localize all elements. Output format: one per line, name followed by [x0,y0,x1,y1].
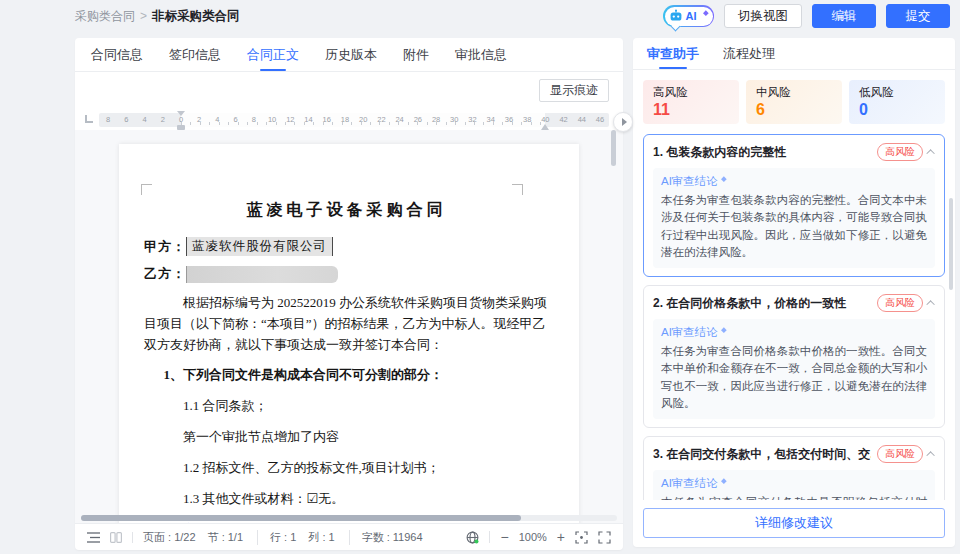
risk-card-header[interactable]: 2. 在合同价格条款中，价格的一致性 高风险 [653,294,935,312]
first-line-indent-marker[interactable] [177,111,185,116]
risk-level-badge: 高风险 [877,294,923,312]
ruler-number: 14 [299,113,317,127]
page-grid-icon[interactable] [110,532,122,543]
editor-tab[interactable]: 审批信息 [455,38,507,71]
show-traces-button[interactable]: 显示痕迹 [539,79,609,102]
horizontal-scrollbar-thumb[interactable] [81,515,521,521]
ruler-number: 46 [591,113,609,127]
risk-summary-count: 0 [859,101,935,119]
party-a-row: 甲方： 蓝凌软件股份有限公司 [144,237,549,256]
editor-tab[interactable]: 历史版本 [325,38,377,71]
review-tab[interactable]: 审查助手 [647,38,699,69]
robot-icon [669,9,683,23]
submit-button[interactable]: 提交 [886,4,950,28]
risk-summary-card[interactable]: 高风险 11 [643,80,739,124]
breadcrumb-separator: > [140,9,147,23]
risk-summary-count: 6 [756,101,832,119]
contract-body: 根据招标编号为 202522019 办公系统软件采购项目货物类采购项目项目（以下… [144,292,549,523]
topbar: 采购类合同 > 非标采购类合同 AI 切换视图 编辑 提 [0,0,960,32]
risk-card-title: 1. 包装条款内容的完整性 [653,144,871,161]
ruler-number: 16 [318,113,336,127]
contract-paragraph: 1.3 其他文件或材料：☑无。 [144,488,549,509]
language-globe-icon[interactable] [466,531,479,544]
crop-mark-top-left [141,184,152,195]
ai-conclusion-label: AI审查结论 [661,174,927,189]
breadcrumb-current: 非标采购类合同 [152,8,240,25]
risk-card-header[interactable]: 1. 包装条款内容的完整性 高风险 [653,143,935,161]
fullscreen-icon[interactable] [598,531,611,544]
breadcrumb: 采购类合同 > 非标采购类合同 [75,8,240,25]
review-assistant-panel: 审查助手流程处理 高风险 11 中风险 6 低风险 0 1. 包装条款内容的完整… [633,38,955,547]
ruler-number: 6 [227,113,245,127]
risk-summary-label: 低风险 [859,85,935,100]
chevron-up-icon[interactable] [926,149,934,157]
risk-card-title: 2. 在合同价格条款中，价格的一致性 [653,295,871,312]
risk-card[interactable]: 3. 在合同交付条款中，包括交付时间、交... 高风险 AI审查结论 本任务为审… [643,436,945,500]
edit-button[interactable]: 编辑 [812,4,876,28]
review-tab[interactable]: 流程处理 [723,38,775,69]
statusbar-item: 列 : 1 [308,530,334,545]
editor-tabs: 合同信息签印信息合同正文历史版本附件审批信息 [75,38,623,72]
ruler-number: 8 [99,113,117,127]
editor-tab[interactable]: 签印信息 [169,38,221,71]
ruler-number: 42 [554,113,572,127]
ruler-number: 12 [281,113,299,127]
risk-summary-count: 11 [653,101,729,119]
risk-card[interactable]: 2. 在合同价格条款中，价格的一致性 高风险 AI审查结论 本任务为审查合同价格… [643,285,945,428]
ruler-number: 10 [263,113,281,127]
editor-tab[interactable]: 附件 [403,38,429,71]
ai-assistant-badge[interactable]: AI [663,5,714,27]
document-page[interactable]: 蓝凌电子设备采购合同 甲方： 蓝凌软件股份有限公司 乙方： 根据招标编号为 20… [119,144,579,523]
statusbar-item: 字数 : 11964 [349,530,423,545]
vertical-scrollbar-thumb[interactable] [611,130,616,166]
contract-title: 蓝凌电子设备采购合同 [144,200,549,221]
ai-conclusion-label: AI审查结论 [661,325,927,340]
contract-paragraph: 根据招标编号为 202522019 办公系统软件采购项目货物类采购项目项目（以下… [144,292,549,355]
ai-conclusion-box: AI审查结论 本任务为审查包装条款内容的完整性。合同文本中未涉及任何关于包装条款… [653,168,935,268]
statusbar-item: 行 : 1 [257,530,296,545]
editor-tab[interactable]: 合同信息 [91,38,143,71]
chevron-right-icon [622,118,627,126]
document-viewport: 蓝凌电子设备采购合同 甲方： 蓝凌软件股份有限公司 乙方： 根据招标编号为 20… [75,130,623,523]
ai-conclusion-text: 本任务为审查包装条款内容的完整性。合同文本中未涉及任何关于包装条款的具体内容，可… [661,192,927,261]
ai-conclusion-box: AI审查结论 本任务为审查合同交付条款中是否明确包括交付时间、交付地点、交付内容… [653,470,935,500]
ruler-number: 8 [245,113,263,127]
ruler-number: 18 [336,113,354,127]
zoom-out-button[interactable]: − [500,530,508,544]
sparkle-icon [721,478,727,484]
party-a-label: 甲方： [144,238,186,256]
party-b-field-redacted[interactable] [186,266,338,283]
chevron-up-icon[interactable] [926,451,934,459]
chevron-up-icon[interactable] [926,300,934,308]
switch-view-button[interactable]: 切换视图 [724,4,802,28]
party-a-field[interactable]: 蓝凌软件股份有限公司 [186,237,333,256]
outline-icon[interactable] [87,532,100,543]
editor-toolbar: 显示痕迹 [75,72,623,108]
topbar-actions: AI 切换视图 编辑 提交 [663,4,950,28]
zoom-in-button[interactable]: + [557,530,565,544]
editor-tab[interactable]: 合同正文 [247,38,299,71]
risk-summary: 高风险 11 中风险 6 低风险 0 [633,70,955,132]
risk-summary-card[interactable]: 低风险 0 [849,80,945,124]
risk-level-badge: 高风险 [877,143,923,161]
risk-card-header[interactable]: 3. 在合同交付条款中，包括交付时间、交... 高风险 [653,445,935,463]
ruler-corner-icon[interactable] [85,115,93,123]
breadcrumb-parent[interactable]: 采购类合同 [75,8,135,25]
ruler-number: 20 [354,113,372,127]
risk-card[interactable]: 1. 包装条款内容的完整性 高风险 AI审查结论 本任务为审查包装条款内容的完整… [643,134,945,277]
risk-summary-card[interactable]: 中风险 6 [746,80,842,124]
detail-suggestions-button[interactable]: 详细修改建议 [643,508,945,538]
review-scrollbar-thumb[interactable] [949,198,953,290]
fit-page-icon[interactable] [575,531,588,544]
crop-mark-top-right [512,184,523,195]
sparkle-icon [721,176,727,182]
ruler-number: 32 [463,113,481,127]
ai-conclusion-box: AI审查结论 本任务为审查合同价格条款中价格的一致性。合同文本中单价和金额存在不… [653,319,935,419]
panel-collapse-toggle[interactable] [613,112,633,132]
ruler-number: 38 [518,113,536,127]
zoom-level: 100% [519,531,547,543]
horizontal-scrollbar-track[interactable] [81,515,617,521]
ai-conclusion-text: 本任务为审查合同价格条款中价格的一致性。合同文本中单价和金额存在不一致，合同总金… [661,343,927,412]
contract-paragraph: 1.1 合同条款； [144,395,549,416]
contract-paragraph: 1.2 招标文件、乙方的投标文件,项目计划书； [144,457,549,478]
